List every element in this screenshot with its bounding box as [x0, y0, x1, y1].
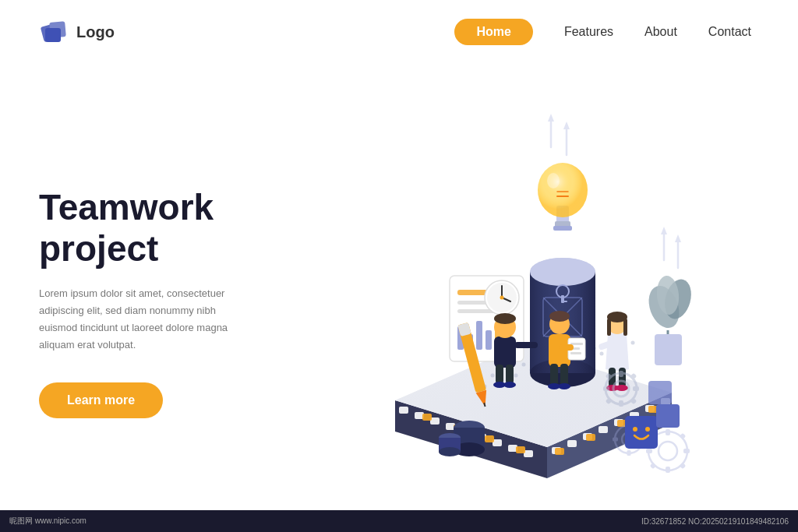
svg-point-99 — [494, 313, 516, 324]
svg-rect-38 — [485, 435, 494, 442]
svg-rect-100 — [514, 342, 538, 348]
svg-rect-133 — [619, 371, 623, 377]
svg-marker-6 — [563, 122, 570, 129]
svg-rect-135 — [603, 386, 609, 391]
svg-rect-86 — [486, 330, 492, 350]
hero-description: Lorem ipsum dolor sit amet, consectetuer… — [39, 285, 249, 354]
svg-rect-27 — [598, 426, 608, 433]
nav-about[interactable]: About — [644, 25, 677, 39]
svg-rect-109 — [570, 343, 583, 345]
svg-rect-144 — [627, 450, 631, 456]
svg-rect-138 — [630, 372, 637, 379]
logo-area: Logo — [39, 17, 115, 47]
main-nav: Home Features About Contact — [454, 19, 751, 45]
hero-illustration — [288, 79, 759, 510]
svg-rect-156 — [680, 462, 686, 468]
svg-point-41 — [491, 373, 495, 377]
svg-rect-112 — [560, 344, 574, 351]
nav-features[interactable]: Features — [564, 25, 613, 39]
svg-point-148 — [659, 442, 677, 460]
header: Logo Home Features About Contact — [0, 0, 798, 64]
isometric-illustration — [321, 104, 726, 486]
svg-rect-150 — [666, 467, 670, 473]
svg-marker-4 — [548, 114, 554, 122]
svg-marker-10 — [675, 234, 681, 242]
watermark-bar: 昵图网 www.nipic.com ID:32671852 NO:2025021… — [0, 510, 798, 532]
svg-point-64 — [530, 258, 595, 286]
main-content: Teamwork project Lorem ipsum dolor sit a… — [0, 64, 798, 526]
svg-rect-32 — [555, 448, 564, 455]
svg-rect-152 — [683, 449, 690, 453]
svg-rect-168 — [648, 381, 672, 404]
svg-point-57 — [600, 351, 604, 355]
svg-rect-154 — [680, 432, 686, 439]
svg-point-107 — [549, 311, 570, 322]
hero-title: Teamwork project — [39, 187, 288, 270]
svg-rect-85 — [476, 321, 482, 350]
svg-marker-8 — [661, 227, 667, 234]
svg-rect-15 — [399, 407, 408, 414]
svg-point-162 — [439, 447, 461, 456]
svg-rect-33 — [586, 434, 595, 441]
nav-contact[interactable]: Contact — [708, 25, 751, 39]
svg-rect-36 — [422, 414, 432, 421]
svg-point-165 — [633, 427, 637, 432]
svg-rect-134 — [619, 400, 623, 407]
svg-line-96 — [484, 403, 485, 407]
svg-rect-25 — [567, 440, 577, 447]
svg-rect-2 — [45, 28, 61, 42]
svg-rect-120 — [623, 319, 627, 336]
svg-point-164 — [625, 416, 658, 449]
learn-more-button[interactable]: Learn more — [39, 382, 163, 418]
svg-rect-97 — [494, 336, 516, 368]
svg-point-48 — [514, 373, 518, 377]
svg-point-76 — [547, 173, 560, 188]
svg-rect-113 — [550, 364, 558, 386]
svg-rect-145 — [613, 437, 618, 441]
svg-rect-126 — [655, 334, 682, 365]
nav-home[interactable]: Home — [454, 19, 532, 45]
svg-rect-73 — [553, 226, 572, 231]
logo-icon — [39, 17, 69, 47]
svg-rect-155 — [650, 462, 656, 468]
svg-rect-39 — [516, 446, 525, 453]
svg-rect-149 — [666, 429, 670, 435]
svg-rect-119 — [607, 319, 611, 336]
svg-point-116 — [558, 383, 570, 389]
svg-rect-70 — [563, 301, 567, 302]
svg-rect-114 — [560, 364, 568, 386]
logo-text: Logo — [76, 23, 115, 41]
svg-point-125 — [616, 385, 628, 391]
svg-rect-102 — [506, 365, 514, 384]
svg-rect-151 — [646, 449, 652, 453]
watermark-left: 昵图网 www.nipic.com — [9, 516, 87, 527]
svg-rect-101 — [496, 365, 503, 384]
svg-point-59 — [631, 340, 635, 344]
svg-rect-111 — [570, 352, 581, 354]
svg-point-104 — [503, 382, 516, 388]
svg-rect-167 — [656, 404, 680, 428]
svg-rect-136 — [633, 386, 639, 391]
svg-point-92 — [500, 295, 504, 299]
svg-point-75 — [538, 163, 588, 217]
svg-point-43 — [522, 362, 526, 366]
hero-left: Teamwork project Lorem ipsum dolor sit a… — [39, 171, 288, 417]
svg-point-166 — [645, 427, 650, 432]
svg-rect-123 — [619, 368, 626, 387]
watermark-right: ID:32671852 NO:20250219101849482106 — [641, 517, 789, 526]
